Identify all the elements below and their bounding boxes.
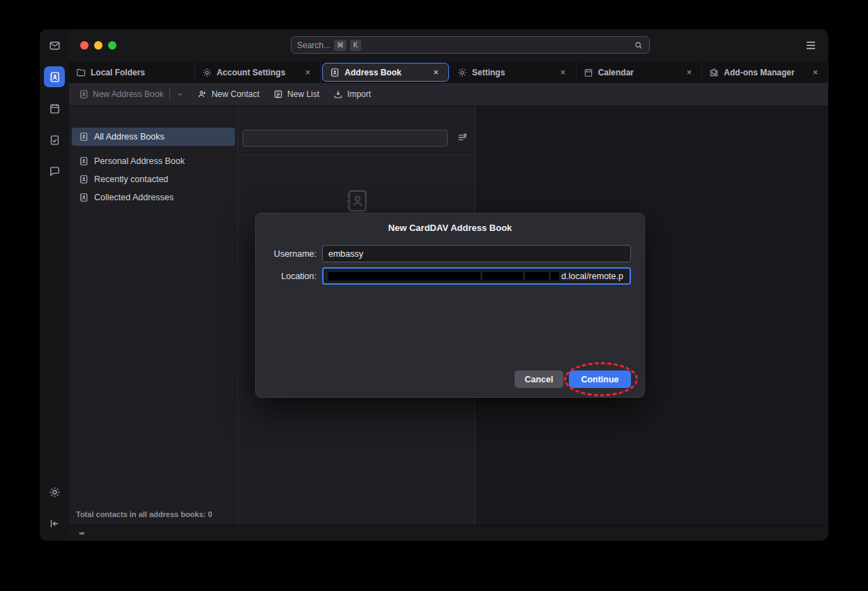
close-icon: [560, 69, 566, 75]
global-search-bar[interactable]: Search... ⌘ K: [291, 36, 650, 54]
new-address-book-label: New Address Book: [93, 89, 163, 99]
address-book-toolbar: New Address Book New Contact New List: [69, 83, 828, 106]
location-input[interactable]: d.local/remote.p: [322, 267, 631, 285]
new-contact-button[interactable]: New Contact: [197, 89, 259, 99]
gear-icon: [457, 68, 467, 77]
total-contacts-status: Total contacts in all address books: 0: [76, 510, 212, 518]
space-chat-button[interactable]: [44, 160, 65, 181]
redaction-bar: [482, 272, 523, 280]
sidebar-item-collected-addresses[interactable]: Collected Addresses: [72, 188, 235, 207]
new-list-button[interactable]: New List: [273, 89, 319, 99]
username-row: Username:: [269, 245, 631, 262]
tab-account-settings[interactable]: Account Settings: [195, 61, 321, 83]
sidebar-item-label: All Address Books: [94, 132, 165, 142]
traffic-lights: [80, 41, 116, 50]
tab-label: Add-ons Manager: [724, 68, 805, 77]
window-minimize-button[interactable]: [94, 41, 102, 50]
desktop: { "titlebar": { "search_placeholder": "S…: [0, 0, 868, 591]
empty-contacts-placeholder: [344, 188, 370, 214]
space-calendar-button[interactable]: [44, 98, 65, 119]
address-book-icon: [79, 193, 89, 202]
tab-close-button[interactable]: [683, 67, 694, 78]
sidebar-item-all-address-books[interactable]: All Address Books: [72, 128, 235, 146]
calendar-icon: [49, 103, 61, 114]
import-label: Import: [347, 89, 371, 99]
tab-close-button[interactable]: [809, 67, 821, 78]
titlebar: Search... ⌘ K: [69, 29, 828, 61]
dialog-buttons: Cancel Continue: [269, 371, 631, 388]
cancel-button[interactable]: Cancel: [515, 371, 563, 388]
collapse-spaces-button[interactable]: [44, 513, 65, 534]
tab-label: Address Book: [344, 68, 425, 77]
username-label: Username:: [269, 249, 317, 259]
dialog-title: New CardDAV Address Book: [269, 223, 631, 233]
toolbar-divider: [169, 89, 170, 100]
tab-address-book[interactable]: Address Book: [322, 63, 449, 82]
redaction-bar: [328, 272, 480, 280]
space-mail-button[interactable]: [44, 35, 65, 56]
search-icon: [634, 40, 644, 50]
space-tasks-button[interactable]: [44, 129, 65, 150]
location-row: Location: d.local/remote.p: [269, 267, 631, 285]
new-contact-label: New Contact: [211, 89, 259, 99]
import-button[interactable]: Import: [333, 89, 371, 99]
redaction-bar: [525, 272, 549, 280]
space-address-book-button[interactable]: [44, 66, 65, 87]
gear-icon: [202, 68, 212, 77]
tab-close-button[interactable]: [302, 67, 313, 78]
address-book-icon: [344, 188, 370, 214]
username-input[interactable]: [322, 245, 631, 262]
new-contact-icon: [197, 89, 207, 99]
hamburger-icon: [805, 39, 817, 52]
continue-button[interactable]: Continue: [569, 371, 631, 388]
close-icon: [812, 69, 818, 75]
location-visible-text: d.local/remote.p: [561, 271, 623, 281]
app-window: Search... ⌘ K Local Folders: [40, 29, 828, 541]
tab-label: Calendar: [598, 68, 679, 77]
address-book-icon: [330, 68, 340, 77]
close-icon: [433, 69, 439, 75]
address-book-icon: [79, 156, 89, 166]
tab-settings[interactable]: Settings: [450, 61, 577, 83]
window-close-button[interactable]: [80, 41, 89, 50]
contacts-list-header: [238, 106, 475, 156]
cmd-key-badge: ⌘: [334, 40, 347, 51]
address-book-icon: [49, 71, 61, 83]
sidebar-item-recently-contacted[interactable]: Recently contacted: [72, 170, 235, 188]
tasks-icon: [49, 134, 61, 146]
tab-close-button[interactable]: [430, 67, 441, 78]
status-bar: [69, 525, 828, 541]
import-icon: [333, 89, 343, 99]
tab-close-button[interactable]: [558, 67, 569, 78]
mail-icon: [49, 40, 61, 52]
search-placeholder: Search...: [297, 40, 330, 50]
chevron-down-icon[interactable]: [176, 91, 183, 98]
display-options-icon: [457, 132, 468, 143]
tab-bar: Local Folders Account Settings Address B…: [69, 61, 828, 83]
app-menu-button[interactable]: [805, 39, 817, 52]
puzzle-icon: [709, 68, 719, 77]
collapse-icon: [49, 518, 61, 530]
new-list-label: New List: [287, 89, 319, 99]
sidebar-item-personal-address-book[interactable]: Personal Address Book: [72, 152, 235, 170]
tab-calendar[interactable]: Calendar: [577, 61, 703, 83]
address-books-sidebar: All Address Books Personal Address Book …: [69, 106, 238, 525]
network-status-icon[interactable]: [77, 528, 87, 539]
tab-addons-manager[interactable]: Add-ons Manager: [702, 61, 828, 83]
address-book-icon: [79, 132, 89, 142]
sidebar-item-label: Personal Address Book: [94, 156, 185, 166]
tab-local-folders[interactable]: Local Folders: [69, 61, 195, 83]
space-settings-button[interactable]: [44, 481, 65, 502]
sidebar-item-label: Recently contacted: [94, 174, 168, 184]
contacts-search-input[interactable]: [243, 130, 448, 147]
display-options-button[interactable]: [457, 132, 468, 143]
folder-icon: [76, 68, 86, 77]
address-book-icon: [79, 174, 89, 184]
location-label: Location:: [269, 271, 317, 281]
window-zoom-button[interactable]: [108, 41, 116, 50]
tab-label: Settings: [472, 68, 553, 77]
redaction-bar: [551, 272, 559, 280]
address-book-icon: [79, 89, 89, 99]
new-list-icon: [273, 89, 283, 99]
new-address-book-button[interactable]: New Address Book: [79, 89, 183, 100]
